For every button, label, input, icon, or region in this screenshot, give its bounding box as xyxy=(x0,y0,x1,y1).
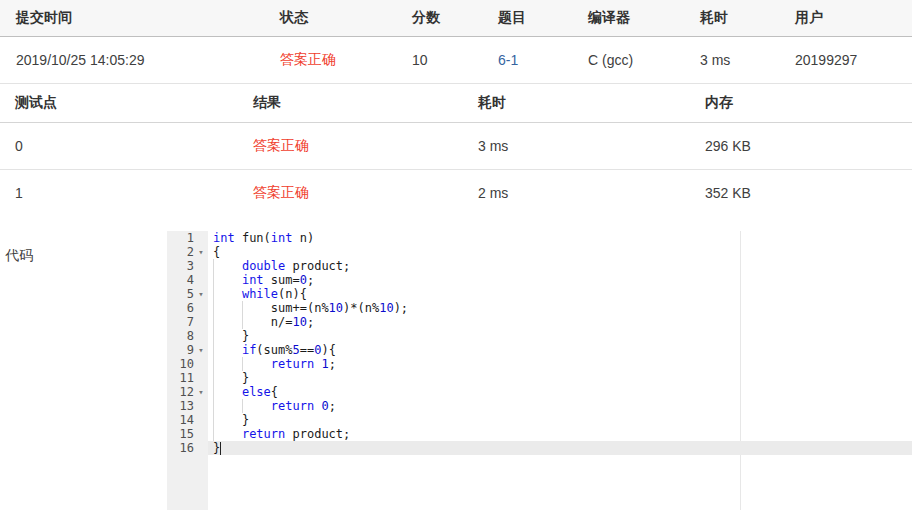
code-token xyxy=(242,399,271,413)
code-line[interactable]: else{ xyxy=(208,385,912,399)
compiler-value: C (gcc) xyxy=(588,37,633,83)
gutter-cell[interactable]: 12▾ xyxy=(167,385,208,399)
code-token: 10 xyxy=(379,301,393,315)
testcase-table-header: 测试点 结果 耗时 内存 xyxy=(0,84,912,123)
gutter-cell: 10 xyxy=(167,357,208,371)
code-line[interactable]: if(sum%5==0){ xyxy=(208,343,912,357)
problem-link[interactable]: 6-1 xyxy=(498,52,518,68)
code-line[interactable]: n/=10; xyxy=(208,315,912,329)
code-line[interactable]: while(n){ xyxy=(208,287,912,301)
code-token: 0 xyxy=(321,399,328,413)
code-line[interactable]: } xyxy=(208,413,912,427)
code-line[interactable]: double product; xyxy=(208,259,912,273)
code-token xyxy=(242,301,271,315)
line-number: 3 xyxy=(167,259,194,273)
code-fold-icon[interactable]: ▾ xyxy=(194,343,208,357)
code-line[interactable]: } xyxy=(208,441,912,455)
editor-gutter: 12▾345▾6789▾101112▾13141516 xyxy=(167,231,208,510)
testpoint-id: 0 xyxy=(15,123,23,169)
code-token: return xyxy=(271,357,314,371)
code-token: sum+=(n% xyxy=(271,301,329,315)
user-value: 20199297 xyxy=(795,37,857,83)
code-token xyxy=(213,399,242,413)
code-line[interactable]: return product; xyxy=(208,427,912,441)
code-token xyxy=(242,357,271,371)
test-time: 2 ms xyxy=(478,170,508,215)
code-token: if xyxy=(242,343,256,357)
line-number: 14 xyxy=(167,413,194,427)
code-token: double xyxy=(242,259,285,273)
code-token: fun( xyxy=(235,231,271,245)
code-line[interactable]: } xyxy=(208,329,912,343)
code-token: while xyxy=(242,287,278,301)
line-number: 13 xyxy=(167,399,194,413)
line-number: 16 xyxy=(167,441,194,455)
line-number: 15 xyxy=(167,427,194,441)
code-token: int xyxy=(242,273,264,287)
testcase-row: 1 答案正确 2 ms 352 KB xyxy=(0,170,912,215)
code-token: 5 xyxy=(292,343,299,357)
code-token: (sum% xyxy=(256,343,292,357)
header-status: 状态 xyxy=(280,0,308,36)
code-token xyxy=(213,343,242,357)
code-fold-icon[interactable]: ▾ xyxy=(194,385,208,399)
code-token: 10 xyxy=(293,315,307,329)
code-token: else xyxy=(242,385,271,399)
gutter-cell[interactable]: 5▾ xyxy=(167,287,208,301)
code-token: )*(n% xyxy=(343,301,379,315)
test-memory: 296 KB xyxy=(705,123,751,169)
line-number: 9 xyxy=(167,343,194,357)
code-token: 0 xyxy=(300,273,307,287)
code-token: product; xyxy=(285,259,350,273)
submission-table-header: 提交时间 状态 分数 题目 编译器 耗时 用户 xyxy=(0,0,912,37)
gutter-cell[interactable]: 9▾ xyxy=(167,343,208,357)
gutter-cell: 8 xyxy=(167,329,208,343)
code-lines[interactable]: int fun(int n){ double product; int sum=… xyxy=(208,231,912,455)
code-line[interactable]: return 1; xyxy=(208,357,912,371)
code-token: return xyxy=(242,427,285,441)
code-line[interactable]: return 0; xyxy=(208,399,912,413)
line-number: 5 xyxy=(167,287,194,301)
code-editor[interactable]: 12▾345▾6789▾101112▾13141516 int fun(int … xyxy=(167,231,912,510)
code-token: 1 xyxy=(321,357,328,371)
code-token xyxy=(213,329,242,343)
code-fold-icon[interactable]: ▾ xyxy=(194,287,208,301)
code-token xyxy=(242,315,271,329)
gutter-cell[interactable]: 2▾ xyxy=(167,245,208,259)
code-line[interactable]: { xyxy=(208,245,912,259)
header-score: 分数 xyxy=(412,0,440,36)
code-token: } xyxy=(213,441,220,455)
testcase-row: 0 答案正确 3 ms 296 KB xyxy=(0,123,912,170)
code-line[interactable]: int sum=0; xyxy=(208,273,912,287)
header-testpoint: 测试点 xyxy=(15,84,57,122)
code-token xyxy=(213,357,242,371)
code-token xyxy=(213,259,242,273)
text-cursor xyxy=(220,442,221,455)
code-line[interactable]: } xyxy=(208,371,912,385)
line-number: 8 xyxy=(167,329,194,343)
test-memory: 352 KB xyxy=(705,170,751,215)
code-fold-icon[interactable]: ▾ xyxy=(194,245,208,259)
header-result: 结果 xyxy=(253,84,281,122)
code-line[interactable]: int fun(int n) xyxy=(208,231,912,245)
code-token: n) xyxy=(293,231,315,245)
line-number: 4 xyxy=(167,273,194,287)
code-token xyxy=(213,371,242,385)
code-token: } xyxy=(242,413,249,427)
line-number: 12 xyxy=(167,385,194,399)
test-result: 答案正确 xyxy=(253,123,309,169)
testpoint-id: 1 xyxy=(15,170,23,215)
header-submit-time: 提交时间 xyxy=(16,0,72,36)
code-token: sum= xyxy=(264,273,300,287)
code-token: == xyxy=(300,343,314,357)
code-token: return xyxy=(271,399,314,413)
code-token xyxy=(213,315,242,329)
code-section-label: 代码 xyxy=(5,247,33,265)
code-token xyxy=(213,413,242,427)
code-token: 10 xyxy=(329,301,343,315)
gutter-cell: 15 xyxy=(167,427,208,441)
header-compiler: 编译器 xyxy=(588,0,630,36)
code-line[interactable]: sum+=(n%10)*(n%10); xyxy=(208,301,912,315)
line-number: 2 xyxy=(167,245,194,259)
code-token: { xyxy=(213,245,220,259)
